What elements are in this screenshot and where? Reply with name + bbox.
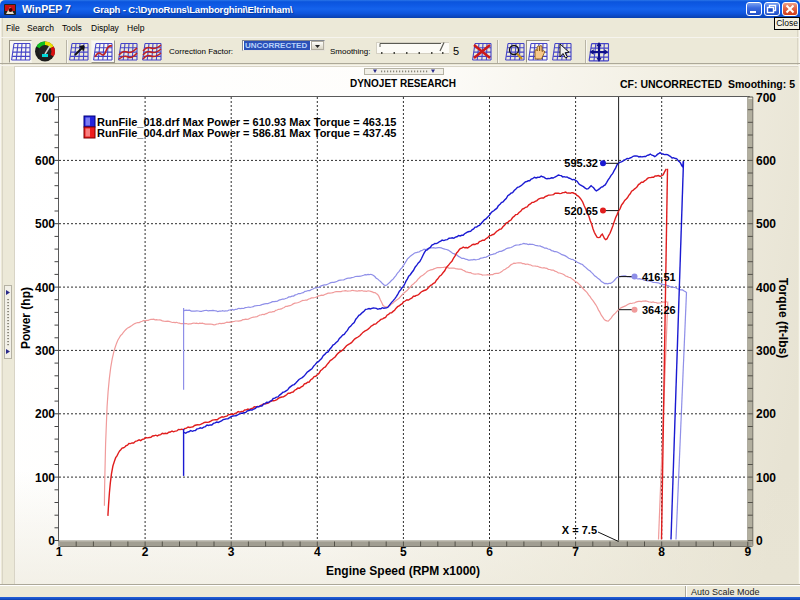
svg-text:595.32: 595.32 xyxy=(564,157,598,169)
svg-text:100: 100 xyxy=(35,471,55,485)
svg-text:1: 1 xyxy=(56,545,63,559)
svg-text:416.51: 416.51 xyxy=(642,271,676,283)
svg-text:600: 600 xyxy=(756,154,776,168)
svg-text:500: 500 xyxy=(756,217,776,231)
svg-text:Power (hp): Power (hp) xyxy=(19,287,33,349)
svg-text:100: 100 xyxy=(756,471,776,485)
svg-text:400: 400 xyxy=(756,281,776,295)
svg-text:5: 5 xyxy=(400,545,407,559)
svg-text:CF: UNCORRECTED Smoothing: 5: CF: UNCORRECTED Smoothing: 5 xyxy=(620,78,795,90)
svg-text:200: 200 xyxy=(35,407,55,421)
svg-text:3: 3 xyxy=(228,545,235,559)
svg-text:Torque (ft-lbs): Torque (ft-lbs) xyxy=(776,278,790,358)
svg-text:600: 600 xyxy=(35,154,55,168)
svg-text:700: 700 xyxy=(756,91,776,105)
svg-text:6: 6 xyxy=(486,545,493,559)
svg-text:0: 0 xyxy=(756,534,763,548)
svg-text:7: 7 xyxy=(572,545,579,559)
svg-text:Engine Speed (RPM x1000): Engine Speed (RPM x1000) xyxy=(326,564,480,578)
svg-text:4: 4 xyxy=(314,545,321,559)
svg-text:2: 2 xyxy=(142,545,149,559)
svg-text:200: 200 xyxy=(756,407,776,421)
svg-text:300: 300 xyxy=(756,344,776,358)
svg-text:520.65: 520.65 xyxy=(564,205,598,217)
svg-text:X = 7.5: X = 7.5 xyxy=(562,524,597,536)
svg-text:9: 9 xyxy=(744,545,751,559)
svg-text:364.26: 364.26 xyxy=(642,304,676,316)
svg-text:300: 300 xyxy=(35,344,55,358)
svg-text:0: 0 xyxy=(48,534,55,548)
svg-text:RunFile_004.drf Max Power = 58: RunFile_004.drf Max Power = 586.81 Max T… xyxy=(97,127,396,139)
svg-text:DYNOJET RESEARCH: DYNOJET RESEARCH xyxy=(350,78,456,89)
svg-text:700: 700 xyxy=(35,91,55,105)
svg-text:400: 400 xyxy=(35,281,55,295)
svg-text:500: 500 xyxy=(35,217,55,231)
svg-text:8: 8 xyxy=(658,545,665,559)
